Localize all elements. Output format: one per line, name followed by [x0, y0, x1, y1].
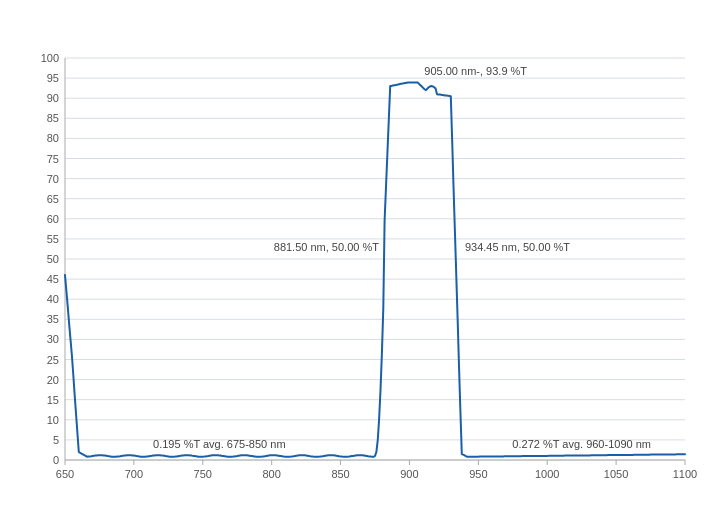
svg-text:0: 0 [53, 454, 59, 466]
svg-text:80: 80 [47, 132, 59, 144]
svg-text:900: 900 [400, 468, 418, 480]
svg-text:55: 55 [47, 233, 59, 245]
svg-text:60: 60 [47, 213, 59, 225]
svg-text:50: 50 [47, 253, 59, 265]
svg-text:90: 90 [47, 92, 59, 104]
svg-text:45: 45 [47, 273, 59, 285]
svg-text:934.45 nm, 50.00 %T: 934.45 nm, 50.00 %T [465, 241, 570, 253]
chart-container: 0510152025303540455055606570758085909510… [0, 0, 720, 528]
svg-text:1000: 1000 [535, 468, 559, 480]
svg-text:1050: 1050 [604, 468, 628, 480]
svg-text:20: 20 [47, 374, 59, 386]
svg-text:40: 40 [47, 293, 59, 305]
svg-text:30: 30 [47, 333, 59, 345]
svg-text:35: 35 [47, 313, 59, 325]
svg-text:75: 75 [47, 153, 59, 165]
svg-text:950: 950 [469, 468, 487, 480]
svg-text:15: 15 [47, 394, 59, 406]
svg-text:25: 25 [47, 354, 59, 366]
chart-svg: 0510152025303540455055606570758085909510… [0, 0, 720, 528]
svg-text:800: 800 [262, 468, 280, 480]
svg-text:0.195 %T avg. 675-850 nm: 0.195 %T avg. 675-850 nm [153, 438, 286, 450]
svg-text:881.50 nm, 50.00 %T: 881.50 nm, 50.00 %T [274, 241, 379, 253]
svg-text:95: 95 [47, 72, 59, 84]
svg-text:750: 750 [194, 468, 212, 480]
svg-text:700: 700 [125, 468, 143, 480]
svg-text:905.00 nm-, 93.9 %T: 905.00 nm-, 93.9 %T [424, 65, 527, 77]
svg-text:0.272 %T avg. 960-1090 nm: 0.272 %T avg. 960-1090 nm [512, 438, 651, 450]
svg-text:1100: 1100 [673, 468, 697, 480]
svg-text:70: 70 [47, 173, 59, 185]
svg-text:85: 85 [47, 112, 59, 124]
svg-text:100: 100 [41, 52, 59, 64]
svg-text:5: 5 [53, 434, 59, 446]
svg-text:650: 650 [56, 468, 74, 480]
svg-text:65: 65 [47, 193, 59, 205]
svg-text:850: 850 [331, 468, 349, 480]
svg-text:10: 10 [47, 414, 59, 426]
